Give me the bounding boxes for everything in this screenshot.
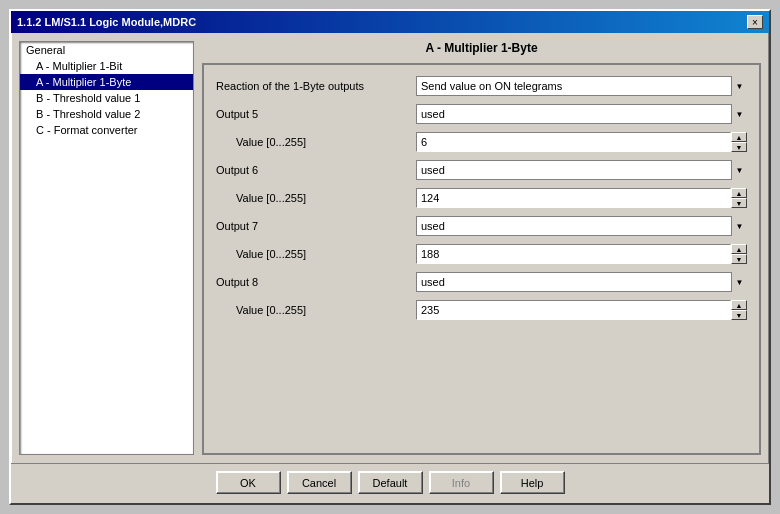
default-button[interactable]: Default [358,471,423,494]
spinner-up-6[interactable]: ▲ [731,244,747,254]
form-label-4: Value [0...255] [216,192,416,204]
ok-button[interactable]: OK [216,471,281,494]
spinner-down-2[interactable]: ▼ [731,142,747,152]
spinner-input-6[interactable] [416,244,731,264]
form-row-7: Output 8usednot used▼ [216,271,747,293]
help-button[interactable]: Help [500,471,565,494]
tree-item-2[interactable]: A - Multiplier 1-Byte [20,74,193,90]
form-row-1: Output 5usednot used▼ [216,103,747,125]
spinner-down-6[interactable]: ▼ [731,254,747,264]
form-label-7: Output 8 [216,276,416,288]
form-row-8: Value [0...255]▲▼ [216,299,747,321]
tree-item-3[interactable]: B - Threshold value 1 [20,90,193,106]
section-title: A - Multiplier 1-Byte [202,41,761,55]
form-row-2: Value [0...255]▲▼ [216,131,747,153]
form-row-0: Reaction of the 1-Byte outputsSend value… [216,75,747,97]
select-wrapper-0: Send value on ON telegramsSend value on … [416,76,747,96]
select-0[interactable]: Send value on ON telegramsSend value on … [416,76,747,96]
spinner-wrapper-4: ▲▼ [416,188,747,208]
form-label-6: Value [0...255] [216,248,416,260]
window-title: 1.1.2 LM/S1.1 Logic Module,MDRC [17,16,196,28]
spinner-wrapper-2: ▲▼ [416,132,747,152]
form-row-6: Value [0...255]▲▼ [216,243,747,265]
tree-item-5[interactable]: C - Format converter [20,122,193,138]
select-3[interactable]: usednot used [416,160,747,180]
form-label-1: Output 5 [216,108,416,120]
cancel-button[interactable]: Cancel [287,471,352,494]
form-row-4: Value [0...255]▲▼ [216,187,747,209]
select-wrapper-3: usednot used▼ [416,160,747,180]
info-button[interactable]: Info [429,471,494,494]
spinner-up-8[interactable]: ▲ [731,300,747,310]
select-wrapper-5: usednot used▼ [416,216,747,236]
spinner-down-8[interactable]: ▼ [731,310,747,320]
select-wrapper-7: usednot used▼ [416,272,747,292]
close-button[interactable]: × [747,15,763,29]
spinner-input-8[interactable] [416,300,731,320]
select-7[interactable]: usednot used [416,272,747,292]
tree-item-4[interactable]: B - Threshold value 2 [20,106,193,122]
tree-item-1[interactable]: A - Multiplier 1-Bit [20,58,193,74]
right-panel: A - Multiplier 1-Byte Reaction of the 1-… [202,41,761,455]
form-label-3: Output 6 [216,164,416,176]
main-window: 1.1.2 LM/S1.1 Logic Module,MDRC × Genera… [9,9,771,505]
spinner-wrapper-6: ▲▼ [416,244,747,264]
footer: OK Cancel Default Info Help [11,463,769,503]
tree-item-0[interactable]: General [20,42,193,58]
spinner-up-2[interactable]: ▲ [731,132,747,142]
form-label-8: Value [0...255] [216,304,416,316]
select-5[interactable]: usednot used [416,216,747,236]
form-row-5: Output 7usednot used▼ [216,215,747,237]
form-row-3: Output 6usednot used▼ [216,159,747,181]
spinner-down-4[interactable]: ▼ [731,198,747,208]
content-area: Reaction of the 1-Byte outputsSend value… [202,63,761,455]
form-label-2: Value [0...255] [216,136,416,148]
form-label-0: Reaction of the 1-Byte outputs [216,80,416,92]
spinner-wrapper-8: ▲▼ [416,300,747,320]
title-bar: 1.1.2 LM/S1.1 Logic Module,MDRC × [11,11,769,33]
spinner-input-4[interactable] [416,188,731,208]
window-content: GeneralA - Multiplier 1-BitA - Multiplie… [11,33,769,463]
spinner-up-4[interactable]: ▲ [731,188,747,198]
left-panel: GeneralA - Multiplier 1-BitA - Multiplie… [19,41,194,455]
select-1[interactable]: usednot used [416,104,747,124]
select-wrapper-1: usednot used▼ [416,104,747,124]
form-label-5: Output 7 [216,220,416,232]
spinner-input-2[interactable] [416,132,731,152]
